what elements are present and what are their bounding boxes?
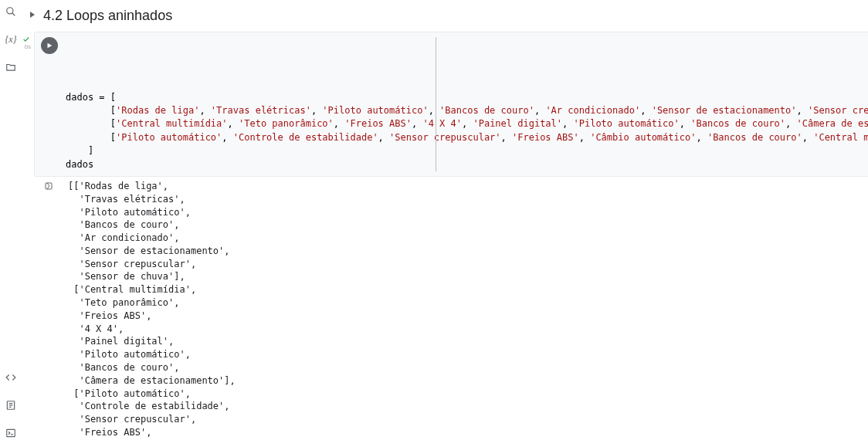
document-icon[interactable]	[4, 398, 18, 412]
cursor-indicator	[436, 37, 436, 171]
left-rail: {x}	[0, 0, 22, 440]
section-title: 4.2 Loops aninhados	[43, 8, 172, 24]
search-icon[interactable]	[4, 5, 18, 19]
variables-icon[interactable]: {x}	[4, 32, 18, 46]
code-editor[interactable]: dados = [ ['Rodas de liga', 'Travas elét…	[34, 32, 868, 177]
section-header: 4.2 Loops aninhados	[22, 3, 862, 32]
exec-time: 0s	[25, 43, 31, 50]
cell-output: [['Rodas de liga', 'Travas elétricas', '…	[34, 177, 868, 440]
terminal-icon[interactable]	[4, 426, 18, 440]
collapse-section-icon[interactable]	[28, 10, 39, 22]
output-text: [['Rodas de liga', 'Travas elétricas', '…	[65, 180, 868, 440]
code-brackets-icon[interactable]	[4, 371, 18, 384]
files-icon[interactable]	[4, 60, 18, 74]
run-cell-button[interactable]	[41, 37, 58, 54]
svg-line-1	[12, 13, 15, 16]
svg-rect-6	[7, 429, 15, 436]
output-toggle-icon[interactable]	[44, 181, 55, 192]
svg-point-0	[7, 8, 13, 14]
svg-marker-9	[48, 43, 53, 49]
svg-marker-8	[30, 12, 35, 18]
notebook-main: 4.2 Loops aninhados 0s dados = [ ['Rodas…	[22, 0, 868, 440]
svg-rect-10	[46, 183, 52, 189]
code-cell: 0s dados = [ ['Rodas de liga', 'Travas e…	[22, 32, 862, 440]
